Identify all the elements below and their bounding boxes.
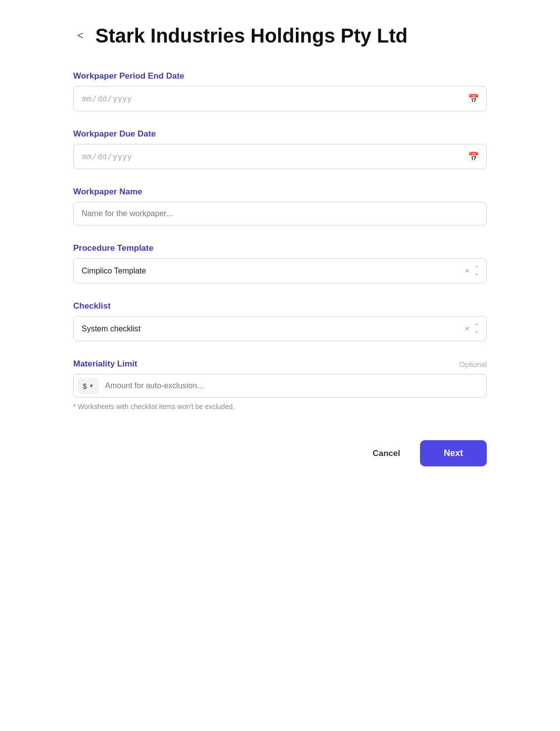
workpaper-name-input[interactable] [73, 202, 487, 226]
checklist-chevron-up-icon: ⌃ [474, 323, 478, 328]
materiality-amount-input[interactable] [99, 376, 484, 395]
period-end-date-wrapper: 📅 [73, 86, 487, 111]
workpaper-name-section: Workpaper Name [73, 187, 487, 226]
cancel-button[interactable]: Cancel [363, 442, 410, 465]
procedure-template-value: Cimplico Template [82, 267, 146, 275]
checklist-controls: × ⌃ ⌄ [465, 323, 478, 334]
back-button[interactable]: < [73, 28, 88, 43]
materiality-input-wrapper: $ ▼ [73, 374, 487, 398]
currency-selector[interactable]: $ ▼ [78, 378, 99, 394]
workpaper-name-label: Workpaper Name [73, 187, 487, 197]
procedure-template-controls: × ⌃ ⌄ [465, 266, 478, 276]
checklist-select[interactable]: System checklist × ⌃ ⌄ [73, 316, 487, 341]
checklist-section: Checklist System checklist × ⌃ ⌄ [73, 301, 487, 341]
page-title: Stark Industries Holdings Pty Ltd [95, 24, 408, 47]
procedure-template-wrapper: Cimplico Template × ⌃ ⌄ [73, 258, 487, 283]
due-date-label: Workpaper Due Date [73, 129, 487, 139]
procedure-template-label: Procedure Template [73, 243, 487, 253]
materiality-limit-header: Materiality Limit Optional [73, 359, 487, 369]
footer-actions: Cancel Next [73, 440, 487, 466]
due-date-section: Workpaper Due Date 📅 [73, 129, 487, 169]
materiality-limit-section: Materiality Limit Optional $ ▼ * Workshe… [73, 359, 487, 411]
next-button[interactable]: Next [420, 440, 487, 466]
period-end-date-input[interactable] [73, 86, 487, 111]
procedure-template-clear[interactable]: × [465, 267, 469, 275]
checklist-chevrons: ⌃ ⌄ [474, 323, 478, 334]
chevron-up-icon: ⌃ [474, 266, 478, 271]
materiality-helper-text: * Worksheets with checklist items won't … [73, 403, 487, 411]
page-header: < Stark Industries Holdings Pty Ltd [73, 24, 487, 47]
period-end-date-label: Workpaper Period End Date [73, 71, 487, 81]
due-date-input[interactable] [73, 144, 487, 169]
procedure-template-select[interactable]: Cimplico Template × ⌃ ⌄ [73, 258, 487, 283]
checklist-clear[interactable]: × [465, 325, 469, 333]
period-end-date-section: Workpaper Period End Date 📅 [73, 71, 487, 111]
checklist-label: Checklist [73, 301, 487, 311]
due-date-wrapper: 📅 [73, 144, 487, 169]
procedure-template-section: Procedure Template Cimplico Template × ⌃… [73, 243, 487, 283]
checklist-value: System checklist [82, 324, 140, 333]
materiality-limit-label: Materiality Limit [73, 359, 137, 369]
currency-symbol: $ [83, 382, 87, 390]
procedure-template-chevrons: ⌃ ⌄ [474, 266, 478, 276]
materiality-optional-label: Optional [459, 360, 487, 368]
checklist-wrapper: System checklist × ⌃ ⌄ [73, 316, 487, 341]
chevron-down-icon: ⌄ [474, 271, 478, 276]
currency-chevron-down-icon: ▼ [89, 383, 94, 389]
checklist-chevron-down-icon: ⌄ [474, 329, 478, 334]
